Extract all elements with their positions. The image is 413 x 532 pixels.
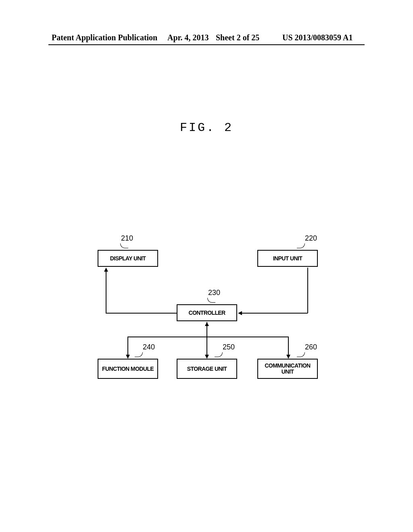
leader-240 <box>135 352 143 357</box>
conn-input-ctrl-v <box>307 268 308 313</box>
conn-ctrl-storage-v <box>206 322 207 355</box>
header-date: Apr. 4, 2013 <box>167 33 209 42</box>
ref-260: 260 <box>305 343 317 351</box>
conn-ctrl-display-v <box>106 271 106 313</box>
block-communication-unit: COMMUNICATION UNIT <box>257 359 318 379</box>
leader-210 <box>120 243 128 248</box>
ref-210: 210 <box>121 234 133 243</box>
conn-bus-h <box>127 337 289 337</box>
ref-220: 220 <box>305 234 317 243</box>
arrow-storage-to-ctrl <box>205 322 209 326</box>
figure-label: FIG. 2 <box>0 121 413 135</box>
header-docno: US 2013/0083059 A1 <box>282 33 353 42</box>
arrow-ctrl-to-storage <box>205 355 209 359</box>
arrow-ctrl-to-comm <box>286 355 290 359</box>
block-function-module: FUNCTION MODULE <box>98 359 158 379</box>
leader-220 <box>297 243 305 248</box>
block-display-unit: DISPLAY UNIT <box>98 250 158 267</box>
header-sheet: Sheet 2 of 25 <box>216 33 259 42</box>
header-rule <box>48 44 365 45</box>
conn-ctrl-function-v <box>127 337 128 355</box>
ref-240: 240 <box>143 343 155 351</box>
block-controller: CONTROLLER <box>177 304 237 321</box>
block-diagram: DISPLAY UNIT INPUT UNIT CONTROLLER FUNCT… <box>88 234 327 395</box>
conn-ctrl-comm-v <box>288 337 289 355</box>
block-storage-unit: STORAGE UNIT <box>177 359 237 379</box>
arrow-into-controller-from-input <box>238 311 242 315</box>
leader-260 <box>297 352 305 357</box>
ref-230: 230 <box>208 289 220 297</box>
leader-250 <box>215 352 223 357</box>
leader-230 <box>207 298 215 303</box>
patent-page: Patent Application Publication Apr. 4, 2… <box>0 0 413 532</box>
arrow-into-display <box>104 268 108 272</box>
conn-input-ctrl-h <box>241 313 308 314</box>
arrow-ctrl-to-function <box>126 355 130 359</box>
block-input-unit: INPUT UNIT <box>257 250 318 267</box>
ref-250: 250 <box>223 343 235 351</box>
conn-ctrl-display-h <box>106 313 177 314</box>
header-publication: Patent Application Publication <box>52 33 157 42</box>
